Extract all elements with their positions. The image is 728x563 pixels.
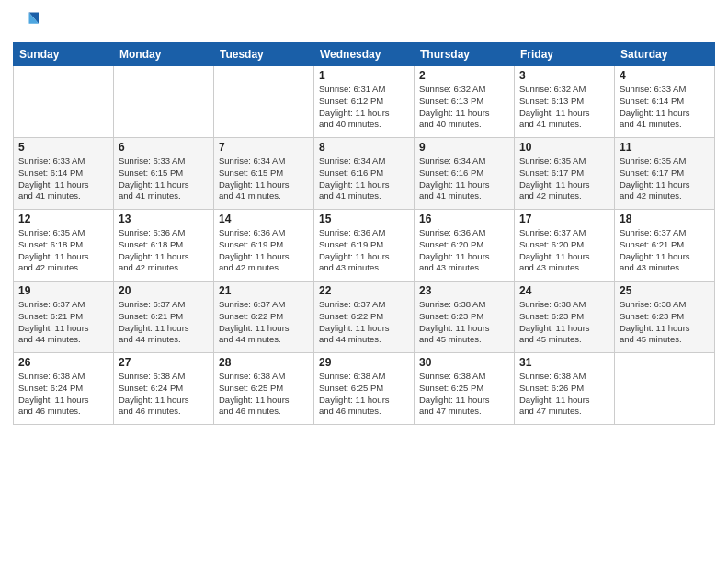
day-number: 20 [119,284,209,297]
day-cell-15: 15Sunrise: 6:36 AM Sunset: 6:19 PM Dayli… [314,210,415,282]
day-info: Sunrise: 6:37 AM Sunset: 6:21 PM Dayligh… [18,299,108,346]
day-cell-7: 7Sunrise: 6:34 AM Sunset: 6:15 PM Daylig… [214,138,314,210]
day-number: 1 [319,69,409,82]
day-info: Sunrise: 6:36 AM Sunset: 6:19 PM Dayligh… [219,227,309,274]
logo-icon [13,9,39,35]
day-number: 9 [419,141,509,154]
day-cell-26: 26Sunrise: 6:38 AM Sunset: 6:24 PM Dayli… [14,353,114,425]
day-number: 11 [620,141,710,154]
day-cell-30: 30Sunrise: 6:38 AM Sunset: 6:25 PM Dayli… [415,353,515,425]
day-number: 14 [219,213,309,225]
day-info: Sunrise: 6:38 AM Sunset: 6:24 PM Dayligh… [18,371,108,418]
day-cell-27: 27Sunrise: 6:38 AM Sunset: 6:24 PM Dayli… [114,353,214,425]
day-info: Sunrise: 6:37 AM Sunset: 6:21 PM Dayligh… [620,227,710,274]
day-number: 19 [18,284,108,297]
day-info: Sunrise: 6:31 AM Sunset: 6:12 PM Dayligh… [319,84,409,131]
page: SundayMondayTuesdayWednesdayThursdayFrid… [0,0,728,563]
day-cell-20: 20Sunrise: 6:37 AM Sunset: 6:21 PM Dayli… [114,282,214,353]
day-number: 6 [119,141,209,154]
day-info: Sunrise: 6:38 AM Sunset: 6:23 PM Dayligh… [519,299,609,346]
day-number: 30 [419,356,509,369]
day-info: Sunrise: 6:37 AM Sunset: 6:22 PM Dayligh… [319,299,409,346]
day-number: 26 [18,356,108,369]
day-info: Sunrise: 6:37 AM Sunset: 6:21 PM Dayligh… [119,299,209,346]
calendar-table: SundayMondayTuesdayWednesdayThursdayFrid… [13,42,715,425]
day-info: Sunrise: 6:32 AM Sunset: 6:13 PM Dayligh… [519,84,609,131]
day-number: 25 [620,284,710,297]
day-cell-16: 16Sunrise: 6:36 AM Sunset: 6:20 PM Dayli… [415,210,515,282]
day-cell-23: 23Sunrise: 6:38 AM Sunset: 6:23 PM Dayli… [415,282,515,353]
day-info: Sunrise: 6:38 AM Sunset: 6:25 PM Dayligh… [219,371,309,418]
day-cell-1: 1Sunrise: 6:31 AM Sunset: 6:12 PM Daylig… [314,66,415,138]
day-number: 7 [219,141,309,154]
day-number: 29 [319,356,409,369]
day-number: 22 [319,284,409,297]
day-info: Sunrise: 6:33 AM Sunset: 6:14 PM Dayligh… [18,155,108,202]
day-cell-14: 14Sunrise: 6:36 AM Sunset: 6:19 PM Dayli… [214,210,314,282]
day-cell-11: 11Sunrise: 6:35 AM Sunset: 6:17 PM Dayli… [615,138,715,210]
day-cell-5: 5Sunrise: 6:33 AM Sunset: 6:14 PM Daylig… [14,138,114,210]
week-row-5: 26Sunrise: 6:38 AM Sunset: 6:24 PM Dayli… [14,353,715,425]
day-info: Sunrise: 6:34 AM Sunset: 6:15 PM Dayligh… [219,155,309,202]
day-info: Sunrise: 6:34 AM Sunset: 6:16 PM Dayligh… [319,155,409,202]
day-info: Sunrise: 6:38 AM Sunset: 6:24 PM Dayligh… [119,371,209,418]
header [13,9,715,35]
day-info: Sunrise: 6:33 AM Sunset: 6:14 PM Dayligh… [620,84,710,131]
day-cell-8: 8Sunrise: 6:34 AM Sunset: 6:16 PM Daylig… [314,138,415,210]
day-info: Sunrise: 6:33 AM Sunset: 6:15 PM Dayligh… [119,155,209,202]
day-info: Sunrise: 6:36 AM Sunset: 6:18 PM Dayligh… [119,227,209,274]
day-number: 24 [519,284,609,297]
day-info: Sunrise: 6:32 AM Sunset: 6:13 PM Dayligh… [419,84,509,131]
day-cell-17: 17Sunrise: 6:37 AM Sunset: 6:20 PM Dayli… [515,210,615,282]
day-info: Sunrise: 6:38 AM Sunset: 6:26 PM Dayligh… [519,371,609,418]
weekday-header-saturday: Saturday [615,43,715,66]
day-cell-12: 12Sunrise: 6:35 AM Sunset: 6:18 PM Dayli… [14,210,114,282]
day-number: 5 [18,141,108,154]
day-number: 4 [620,69,710,82]
day-number: 3 [519,69,609,82]
weekday-header-thursday: Thursday [415,43,515,66]
weekday-header-tuesday: Tuesday [214,43,314,66]
day-cell-21: 21Sunrise: 6:37 AM Sunset: 6:22 PM Dayli… [214,282,314,353]
day-number: 16 [419,213,509,225]
day-number: 28 [219,356,309,369]
day-cell-31: 31Sunrise: 6:38 AM Sunset: 6:26 PM Dayli… [515,353,615,425]
day-info: Sunrise: 6:37 AM Sunset: 6:22 PM Dayligh… [219,299,309,346]
empty-cell [14,66,114,138]
day-cell-4: 4Sunrise: 6:33 AM Sunset: 6:14 PM Daylig… [615,66,715,138]
day-number: 17 [519,213,609,225]
week-row-3: 12Sunrise: 6:35 AM Sunset: 6:18 PM Dayli… [14,210,715,282]
day-info: Sunrise: 6:36 AM Sunset: 6:20 PM Dayligh… [419,227,509,274]
day-info: Sunrise: 6:36 AM Sunset: 6:19 PM Dayligh… [319,227,409,274]
day-info: Sunrise: 6:38 AM Sunset: 6:25 PM Dayligh… [319,371,409,418]
day-info: Sunrise: 6:38 AM Sunset: 6:25 PM Dayligh… [419,371,509,418]
day-number: 8 [319,141,409,154]
empty-cell [615,353,715,425]
day-number: 10 [519,141,609,154]
week-row-1: 1Sunrise: 6:31 AM Sunset: 6:12 PM Daylig… [14,66,715,138]
day-info: Sunrise: 6:38 AM Sunset: 6:23 PM Dayligh… [419,299,509,346]
day-number: 12 [18,213,108,225]
day-cell-18: 18Sunrise: 6:37 AM Sunset: 6:21 PM Dayli… [615,210,715,282]
day-info: Sunrise: 6:34 AM Sunset: 6:16 PM Dayligh… [419,155,509,202]
weekday-header-row: SundayMondayTuesdayWednesdayThursdayFrid… [14,43,715,66]
day-cell-9: 9Sunrise: 6:34 AM Sunset: 6:16 PM Daylig… [415,138,515,210]
day-number: 23 [419,284,509,297]
day-cell-29: 29Sunrise: 6:38 AM Sunset: 6:25 PM Dayli… [314,353,415,425]
day-cell-28: 28Sunrise: 6:38 AM Sunset: 6:25 PM Dayli… [214,353,314,425]
weekday-header-monday: Monday [114,43,214,66]
day-number: 2 [419,69,509,82]
day-cell-25: 25Sunrise: 6:38 AM Sunset: 6:23 PM Dayli… [615,282,715,353]
day-number: 13 [119,213,209,225]
day-cell-10: 10Sunrise: 6:35 AM Sunset: 6:17 PM Dayli… [515,138,615,210]
weekday-header-wednesday: Wednesday [314,43,415,66]
day-info: Sunrise: 6:37 AM Sunset: 6:20 PM Dayligh… [519,227,609,274]
day-cell-22: 22Sunrise: 6:37 AM Sunset: 6:22 PM Dayli… [314,282,415,353]
day-cell-6: 6Sunrise: 6:33 AM Sunset: 6:15 PM Daylig… [114,138,214,210]
empty-cell [214,66,314,138]
day-number: 18 [620,213,710,225]
week-row-2: 5Sunrise: 6:33 AM Sunset: 6:14 PM Daylig… [14,138,715,210]
day-cell-13: 13Sunrise: 6:36 AM Sunset: 6:18 PM Dayli… [114,210,214,282]
day-number: 15 [319,213,409,225]
day-cell-2: 2Sunrise: 6:32 AM Sunset: 6:13 PM Daylig… [415,66,515,138]
